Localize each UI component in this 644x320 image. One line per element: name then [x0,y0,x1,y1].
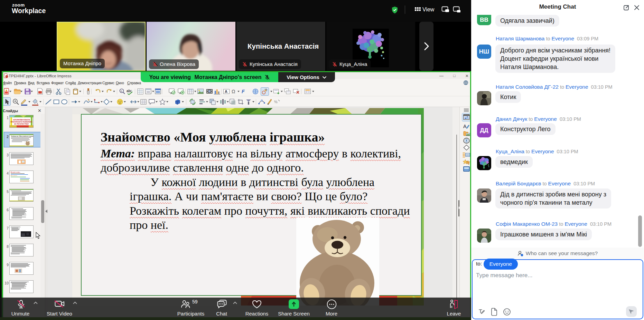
svg-text:ПРАКТИЧНОГО ПСИХОЛОГА: ПРАКТИЧНОГО ПСИХОЛОГА [10,121,32,123]
svg-text:a: a [121,90,122,92]
svg-text:%: % [274,100,278,104]
svg-text:A: A [225,89,227,94]
svg-text:A: A [463,124,467,129]
svg-text:Знайомство «Моя улюблена іграш: Знайомство «Моя улюблена іграшка» [11,136,33,137]
svg-text:Вступне слово...: Вступне слово... [11,172,21,173]
svg-text:F: F [242,89,245,94]
svg-text:АЛГОРИТМИ РОБОТИ: АЛГОРИТМИ РОБОТИ [13,119,30,121]
svg-text:НА ПОЧАТКУ РОКУ: НА ПОЧАТКУ РОКУ [14,123,29,125]
svg-text:Ω: Ω [232,89,235,94]
svg-text:ab: ab [127,89,131,93]
svg-text:Мета заняття: Мета заняття [11,175,17,176]
svg-text:2: 2 [468,163,469,165]
